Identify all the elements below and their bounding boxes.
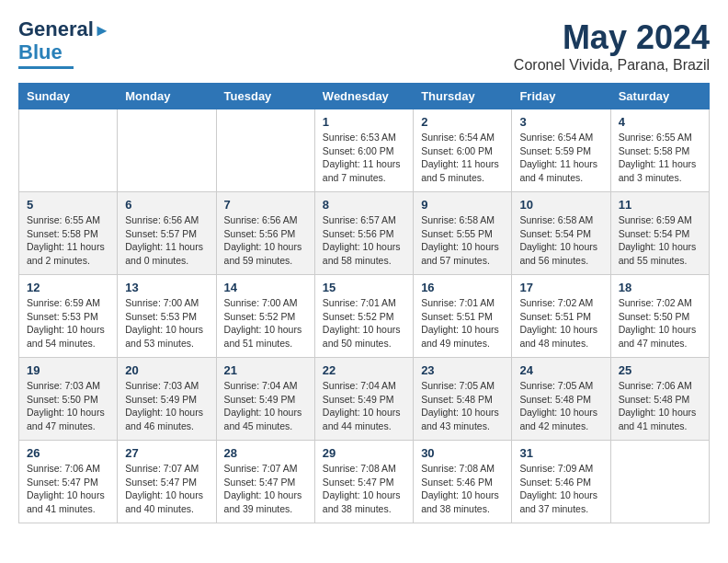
day-number: 20 bbox=[125, 363, 208, 377]
col-header-friday: Friday bbox=[512, 84, 610, 109]
calendar-cell: 20Sunrise: 7:03 AM Sunset: 5:49 PM Dayli… bbox=[118, 358, 216, 441]
calendar-cell: 5Sunrise: 6:55 AM Sunset: 5:58 PM Daylig… bbox=[19, 192, 118, 275]
calendar-cell: 15Sunrise: 7:01 AM Sunset: 5:52 PM Dayli… bbox=[314, 275, 413, 358]
day-number: 18 bbox=[619, 281, 701, 294]
day-number: 22 bbox=[323, 363, 405, 377]
calendar-cell: 30Sunrise: 7:08 AM Sunset: 5:46 PM Dayli… bbox=[414, 441, 512, 523]
calendar-cell: 6Sunrise: 6:56 AM Sunset: 5:57 PM Daylig… bbox=[118, 192, 216, 275]
calendar-cell: 16Sunrise: 7:01 AM Sunset: 5:51 PM Dayli… bbox=[414, 275, 512, 358]
calendar-cell: 3Sunrise: 6:54 AM Sunset: 5:59 PM Daylig… bbox=[512, 109, 610, 192]
cell-info: Sunrise: 6:57 AM Sunset: 5:56 PM Dayligh… bbox=[323, 213, 405, 268]
day-number: 9 bbox=[421, 198, 504, 212]
calendar-cell: 1Sunrise: 6:53 AM Sunset: 6:00 PM Daylig… bbox=[314, 109, 413, 192]
cell-info: Sunrise: 6:58 AM Sunset: 5:54 PM Dayligh… bbox=[519, 213, 602, 268]
calendar-cell: 11Sunrise: 6:59 AM Sunset: 5:54 PM Dayli… bbox=[610, 192, 709, 275]
calendar-cell: 4Sunrise: 6:55 AM Sunset: 5:58 PM Daylig… bbox=[610, 109, 709, 192]
cell-info: Sunrise: 7:09 AM Sunset: 5:46 PM Dayligh… bbox=[519, 462, 602, 516]
logo: General► Blue bbox=[18, 18, 110, 69]
calendar-cell bbox=[216, 109, 314, 192]
day-number: 19 bbox=[27, 363, 109, 377]
cell-info: Sunrise: 7:02 AM Sunset: 5:51 PM Dayligh… bbox=[519, 296, 602, 350]
cell-info: Sunrise: 6:59 AM Sunset: 5:53 PM Dayligh… bbox=[27, 296, 109, 350]
calendar-cell: 18Sunrise: 7:02 AM Sunset: 5:50 PM Dayli… bbox=[610, 275, 709, 358]
cell-info: Sunrise: 7:05 AM Sunset: 5:48 PM Dayligh… bbox=[519, 379, 602, 433]
calendar-cell: 17Sunrise: 7:02 AM Sunset: 5:51 PM Dayli… bbox=[512, 275, 610, 358]
calendar-table: SundayMondayTuesdayWednesdayThursdayFrid… bbox=[18, 83, 710, 523]
col-header-thursday: Thursday bbox=[414, 84, 512, 109]
cell-info: Sunrise: 6:56 AM Sunset: 5:56 PM Dayligh… bbox=[224, 213, 307, 268]
calendar-cell: 12Sunrise: 6:59 AM Sunset: 5:53 PM Dayli… bbox=[19, 275, 118, 358]
day-number: 28 bbox=[224, 446, 307, 460]
cell-info: Sunrise: 7:00 AM Sunset: 5:52 PM Dayligh… bbox=[224, 296, 307, 350]
logo-blue: Blue bbox=[18, 40, 63, 64]
day-number: 16 bbox=[421, 281, 504, 294]
col-header-monday: Monday bbox=[118, 84, 216, 109]
month-title: May 2024 bbox=[514, 18, 710, 57]
calendar-cell: 31Sunrise: 7:09 AM Sunset: 5:46 PM Dayli… bbox=[512, 441, 610, 523]
location-subtitle: Coronel Vivida, Parana, Brazil bbox=[514, 57, 710, 74]
day-number: 29 bbox=[323, 446, 405, 460]
cell-info: Sunrise: 7:01 AM Sunset: 5:51 PM Dayligh… bbox=[421, 296, 504, 350]
day-number: 5 bbox=[27, 198, 109, 212]
col-header-sunday: Sunday bbox=[19, 84, 118, 109]
cell-info: Sunrise: 6:54 AM Sunset: 6:00 PM Dayligh… bbox=[421, 131, 504, 185]
day-number: 1 bbox=[323, 115, 405, 129]
cell-info: Sunrise: 6:59 AM Sunset: 5:54 PM Dayligh… bbox=[619, 213, 701, 268]
day-number: 10 bbox=[519, 198, 602, 212]
calendar-cell: 19Sunrise: 7:03 AM Sunset: 5:50 PM Dayli… bbox=[19, 358, 118, 441]
col-header-saturday: Saturday bbox=[610, 84, 709, 109]
week-row-1: 1Sunrise: 6:53 AM Sunset: 6:00 PM Daylig… bbox=[19, 109, 710, 192]
calendar-cell: 14Sunrise: 7:00 AM Sunset: 5:52 PM Dayli… bbox=[216, 275, 314, 358]
day-number: 3 bbox=[519, 115, 602, 129]
calendar-cell: 8Sunrise: 6:57 AM Sunset: 5:56 PM Daylig… bbox=[314, 192, 413, 275]
cell-info: Sunrise: 7:03 AM Sunset: 5:50 PM Dayligh… bbox=[27, 379, 109, 433]
cell-info: Sunrise: 6:55 AM Sunset: 5:58 PM Dayligh… bbox=[27, 213, 109, 268]
calendar-cell: 28Sunrise: 7:07 AM Sunset: 5:47 PM Dayli… bbox=[216, 441, 314, 523]
day-number: 4 bbox=[619, 115, 701, 129]
day-number: 8 bbox=[323, 198, 405, 212]
cell-info: Sunrise: 6:58 AM Sunset: 5:55 PM Dayligh… bbox=[421, 213, 504, 268]
day-number: 30 bbox=[421, 446, 504, 460]
day-number: 13 bbox=[125, 281, 208, 294]
page-header: General► Blue May 2024 Coronel Vivida, P… bbox=[18, 18, 710, 74]
logo-underline bbox=[18, 66, 74, 69]
cell-info: Sunrise: 6:53 AM Sunset: 6:00 PM Dayligh… bbox=[323, 131, 405, 185]
calendar-cell: 29Sunrise: 7:08 AM Sunset: 5:47 PM Dayli… bbox=[314, 441, 413, 523]
day-number: 25 bbox=[619, 363, 701, 377]
calendar-cell: 7Sunrise: 6:56 AM Sunset: 5:56 PM Daylig… bbox=[216, 192, 314, 275]
day-number: 23 bbox=[421, 363, 504, 377]
cell-info: Sunrise: 6:56 AM Sunset: 5:57 PM Dayligh… bbox=[125, 213, 208, 268]
cell-info: Sunrise: 7:05 AM Sunset: 5:48 PM Dayligh… bbox=[421, 379, 504, 433]
cell-info: Sunrise: 7:00 AM Sunset: 5:53 PM Dayligh… bbox=[125, 296, 208, 350]
week-row-3: 12Sunrise: 6:59 AM Sunset: 5:53 PM Dayli… bbox=[19, 275, 710, 358]
calendar-cell: 24Sunrise: 7:05 AM Sunset: 5:48 PM Dayli… bbox=[512, 358, 610, 441]
day-number: 6 bbox=[125, 198, 208, 212]
day-number: 27 bbox=[125, 446, 208, 460]
header-row: SundayMondayTuesdayWednesdayThursdayFrid… bbox=[19, 84, 710, 109]
day-number: 21 bbox=[224, 363, 307, 377]
calendar-cell bbox=[610, 441, 709, 523]
logo-text: General► bbox=[18, 18, 110, 40]
cell-info: Sunrise: 7:06 AM Sunset: 5:48 PM Dayligh… bbox=[619, 379, 701, 433]
week-row-2: 5Sunrise: 6:55 AM Sunset: 5:58 PM Daylig… bbox=[19, 192, 710, 275]
cell-info: Sunrise: 6:54 AM Sunset: 5:59 PM Dayligh… bbox=[519, 131, 602, 185]
day-number: 26 bbox=[27, 446, 109, 460]
calendar-cell: 27Sunrise: 7:07 AM Sunset: 5:47 PM Dayli… bbox=[118, 441, 216, 523]
cell-info: Sunrise: 7:07 AM Sunset: 5:47 PM Dayligh… bbox=[125, 462, 208, 516]
calendar-cell bbox=[19, 109, 118, 192]
title-block: May 2024 Coronel Vivida, Parana, Brazil bbox=[514, 18, 710, 74]
cell-info: Sunrise: 7:07 AM Sunset: 5:47 PM Dayligh… bbox=[224, 462, 307, 516]
calendar-cell: 26Sunrise: 7:06 AM Sunset: 5:47 PM Dayli… bbox=[19, 441, 118, 523]
calendar-cell: 13Sunrise: 7:00 AM Sunset: 5:53 PM Dayli… bbox=[118, 275, 216, 358]
col-header-wednesday: Wednesday bbox=[314, 84, 413, 109]
day-number: 7 bbox=[224, 198, 307, 212]
cell-info: Sunrise: 7:01 AM Sunset: 5:52 PM Dayligh… bbox=[323, 296, 405, 350]
week-row-5: 26Sunrise: 7:06 AM Sunset: 5:47 PM Dayli… bbox=[19, 441, 710, 523]
cell-info: Sunrise: 7:06 AM Sunset: 5:47 PM Dayligh… bbox=[27, 462, 109, 516]
week-row-4: 19Sunrise: 7:03 AM Sunset: 5:50 PM Dayli… bbox=[19, 358, 710, 441]
day-number: 17 bbox=[519, 281, 602, 294]
day-number: 24 bbox=[519, 363, 602, 377]
cell-info: Sunrise: 7:04 AM Sunset: 5:49 PM Dayligh… bbox=[323, 379, 405, 433]
calendar-cell bbox=[118, 109, 216, 192]
cell-info: Sunrise: 7:02 AM Sunset: 5:50 PM Dayligh… bbox=[619, 296, 701, 350]
